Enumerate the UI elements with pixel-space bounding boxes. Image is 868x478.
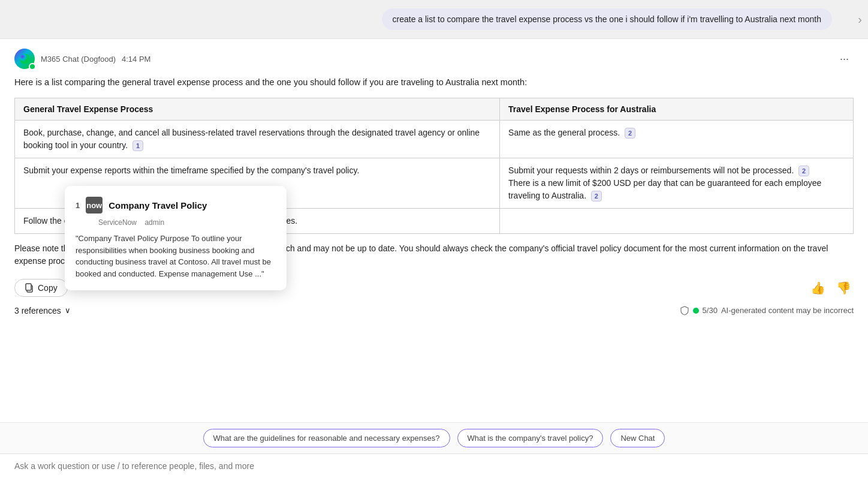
user-message-bar: create a list to compare the travel expe… [0,0,868,39]
scroll-indicator: › [858,13,862,26]
feedback-buttons: 👍 👎 [808,278,854,297]
ref-badge-2c[interactable]: 2 [591,191,602,202]
suggestions-bar: What are the guidelines for reasonable a… [0,422,868,453]
user-message-text: create a list to compare the travel expe… [382,8,832,30]
safety-count: 5/30 [703,306,718,315]
shield-icon [680,306,689,315]
table-cell: Book, purchase, change, and cancel all b… [15,120,500,158]
ai-generated-label: AI-generated content may be incorrect [721,306,854,315]
tooltip-ref-num: 1 [76,201,80,210]
more-options-button[interactable]: ··· [835,50,854,68]
tooltip-excerpt: "Company Travel Policy Purpose To outlin… [76,233,276,279]
ai-avatar-check [29,63,36,70]
table-col1-header: General Travel Expense Process [15,98,500,120]
ai-avatar [14,49,35,69]
references-label: 3 references [14,306,61,315]
app-name: M365 Chat (Dogfood) [41,55,116,64]
new-chat-button[interactable]: New Chat [610,429,665,447]
table-cell: Submit your requests within 2 days or re… [500,158,854,208]
table-cell [500,208,854,233]
svg-rect-2 [26,284,31,290]
ai-intro-text: Here is a list comparing the general tra… [14,76,854,89]
copy-icon [25,283,34,293]
thumbs-up-button[interactable]: 👍 [808,278,828,297]
tooltip-source: ServiceNow admin [76,218,276,227]
table-col2-header: Travel Expense Process for Australia [500,98,854,120]
suggestion-chip-1[interactable]: What are the guidelines for reasonable a… [203,429,450,447]
chevron-down-icon: ∨ [65,306,71,315]
tooltip-header: 1 now Company Travel Policy [76,197,276,214]
copy-button[interactable]: Copy [14,279,68,297]
chat-input[interactable] [14,461,854,471]
suggestion-chip-2[interactable]: What is the company's travel policy? [457,429,604,447]
tooltip-icon: now [86,197,103,214]
ai-response-header: M365 Chat (Dogfood) 4:14 PM ··· [0,39,868,74]
ref-badge-2b[interactable]: 2 [798,166,809,176]
thumbs-down-button[interactable]: 👎 [834,278,854,297]
references-toggle-button[interactable]: 3 references ∨ [14,306,71,315]
ref-badge-1[interactable]: 1 [132,140,143,151]
references-bar: 3 references ∨ 5/30 AI-generated content… [0,302,868,323]
table-cell: Same as the general process. 2 [500,120,854,158]
ref-badge-2[interactable]: 2 [625,128,635,139]
table-row: Book, purchase, change, and cancel all b… [15,120,854,158]
tooltip-title: Company Travel Policy [108,200,207,211]
timestamp: 4:14 PM [122,55,150,64]
svg-point-0 [19,53,30,64]
green-dot [693,308,699,314]
input-bar [0,453,868,478]
tooltip-popup: 1 now Company Travel Policy ServiceNow a… [65,186,287,290]
safety-info: 5/30 AI-generated content may be incorre… [680,306,854,315]
ai-meta: M365 Chat (Dogfood) 4:14 PM [14,49,150,69]
